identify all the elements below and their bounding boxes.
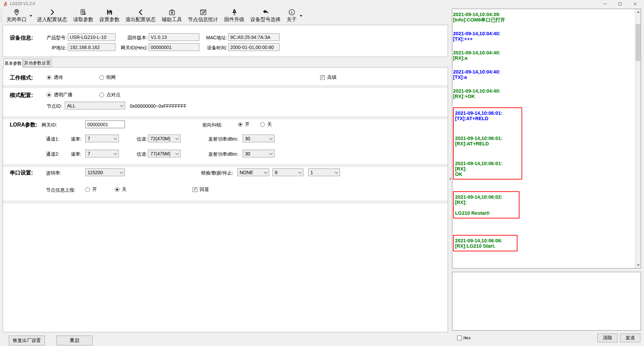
checkbox-hex[interactable]: Hex [457, 336, 471, 340]
ch1-rate-select[interactable]: 7 [85, 135, 119, 142]
chevron-down-icon [30, 15, 32, 17]
close-button[interactable] [628, 0, 643, 8]
toolbar-device-model-button[interactable]: 设备型号选择 [247, 8, 284, 24]
log-highlight-box-3: 2021-09-14,10:06:06:[RX]:LG210 Start. [453, 235, 517, 251]
send-input-area[interactable] [452, 272, 641, 331]
device-time-field[interactable]: 2000-01-01,00:00:80 [228, 43, 280, 51]
stop-bits-select[interactable]: 1 [308, 168, 340, 176]
toolbar-aux-tools-button[interactable]: 辅助工具 [159, 8, 185, 24]
toolbar-label: 读取参数 [73, 16, 93, 23]
ch2-rate-select[interactable]: 7 [85, 150, 119, 157]
chevron-left-icon [137, 8, 145, 16]
log-entry: 2021-09-14,10:04:40:[RX]:+OK [453, 88, 634, 99]
log-panel[interactable]: 2021-09-14,10:04:39:[Info]:COM6串口已打开 202… [452, 9, 641, 268]
section-divider [3, 85, 448, 88]
info-circle-icon [288, 8, 296, 16]
toolbar-firmware-upgrade-button[interactable]: 固件升级 [221, 8, 247, 24]
radio-icon [238, 122, 243, 127]
minimize-button[interactable] [597, 0, 612, 8]
fec-label: 前向纠错: [202, 122, 222, 128]
chevron-down-icon [269, 137, 273, 140]
checkbox-icon [457, 336, 462, 340]
radio-report-on[interactable]: 开 [85, 186, 97, 194]
node-id-select[interactable]: ALL [65, 102, 125, 109]
maximize-button[interactable] [612, 0, 628, 8]
close-serial-dropdown[interactable] [30, 8, 33, 24]
scroll-up-button[interactable] [635, 9, 641, 15]
radio-icon [115, 187, 119, 192]
scroll-down-button[interactable] [635, 262, 641, 268]
toolbar-enter-config-button[interactable]: 进入配置状态 [34, 8, 70, 24]
log-entry: 2021-09-14,10:04:40:[TX]:a [453, 69, 634, 80]
toolbar-exit-config-button[interactable]: 退出配置状态 [122, 8, 159, 24]
tab-other-params[interactable]: 其他参数设置 [23, 59, 52, 67]
ch1-channel-select[interactable]: 72(470M) [148, 135, 181, 142]
radio-report-off[interactable]: 关 [115, 186, 127, 194]
data-bits-select[interactable]: 8 [273, 168, 303, 176]
node-id-label: 节点ID: [47, 103, 62, 109]
radio-icon [47, 75, 51, 80]
product-model-label: 产品型号: [37, 35, 67, 41]
radio-fec-off[interactable]: 关 [260, 120, 272, 129]
baud-select[interactable]: 115200 [85, 168, 125, 176]
serial-port-pin-icon [13, 8, 20, 16]
log-entry: 2021-09-14,10:06:06:[RX]:LG210 Start. [455, 238, 514, 249]
restart-button[interactable]: 重启 [56, 336, 93, 345]
checkbox-icon [193, 187, 197, 192]
log-highlight-box-1: 2021-09-14,10:06:01:[TX]:AT+RELD 2021-09… [453, 107, 522, 180]
chevron-down-icon [176, 137, 179, 140]
send-button[interactable]: 发送 [620, 334, 640, 342]
chevron-down-icon [300, 15, 302, 17]
product-model-field[interactable]: USR-LG210-L-10 [68, 33, 115, 41]
log-entry: 2021-09-14,10:04:40:[TX]:+++ [453, 31, 634, 42]
log-entry: 2021-09-14,10:04:39:[Info]:COM6串口已打开 [453, 12, 634, 22]
ch2-channel-label: 信道: [137, 151, 147, 157]
checkbox-echo[interactable]: 回显 [193, 186, 209, 194]
radio-broadcast[interactable]: 透明广播 [47, 91, 72, 99]
log-highlight-box-2: 2021-09-14,10:06:02:[RX]: LG210 Restart! [453, 191, 519, 218]
toolbar-node-stats-button[interactable]: 节点信息统计 [185, 8, 221, 24]
firmware-field[interactable]: V1.0.13 [149, 33, 199, 41]
ip-field[interactable]: 192.168.8.162 [68, 43, 115, 51]
clear-button[interactable]: 清除 [597, 334, 617, 342]
radio-fec-on[interactable]: 开 [238, 120, 250, 129]
toolbar-set-params-button[interactable]: 设置参数 [96, 8, 122, 24]
ch1-power-label: 发射功率dBm: [208, 136, 238, 142]
ip-label: IP地址: [37, 45, 67, 51]
toolbar-label: 设备型号选择 [250, 16, 281, 23]
gateway-id-input[interactable]: 00000001 [85, 120, 125, 128]
chevron-down-icon [298, 170, 302, 174]
device-info-panel: 设备信息: 产品型号: USR-LG210-L-10 固件版本: V1.0.13… [3, 25, 448, 57]
radio-transparent-mode[interactable]: 透传 [47, 73, 63, 82]
radio-icon [260, 122, 265, 127]
log-scrollbar[interactable] [635, 9, 641, 268]
toolbar-label: 关于 [287, 16, 297, 23]
factory-reset-button[interactable]: 恢复出厂设置 [9, 336, 45, 345]
app-logo-icon [3, 1, 8, 7]
tab-basic-params[interactable]: 基本参数 [3, 59, 23, 68]
section-divider [3, 201, 448, 203]
ch1-power-select[interactable]: 30 [243, 135, 275, 142]
device-info-title: 设备信息: [10, 35, 33, 42]
toolbar-about-button[interactable]: 关于 [284, 8, 300, 24]
gateway-hex-field[interactable]: 00000001 [149, 43, 199, 51]
mac-field[interactable]: 9C:A5:25:94:7A:3A [228, 33, 280, 41]
window-title: LG210 V1.2.0 [10, 1, 35, 6]
checkbox-advanced[interactable]: 高级 [320, 73, 337, 82]
radio-p2p[interactable]: 点对点 [99, 91, 120, 99]
radio-network-mode[interactable]: 组网 [99, 73, 116, 82]
toolbar-label: 节点信息统计 [188, 16, 218, 23]
parity-select[interactable]: NONE [237, 168, 269, 176]
toolbar-close-serial-button[interactable]: 关闭串口 [3, 8, 30, 24]
about-dropdown[interactable] [300, 8, 303, 24]
log-entry: 2021-09-14,10:06:01:[TX]:AT+RELD [455, 110, 519, 121]
toolbar-read-params-button[interactable]: 读取参数 [70, 8, 96, 24]
panel-splitter[interactable] [449, 174, 451, 184]
toolbar-label: 设置参数 [99, 16, 119, 23]
log-entry: 2021-09-14,10:06:01:[RX]:AT+RELD [455, 136, 519, 146]
ch2-channel-select[interactable]: 77(475M) [148, 150, 181, 157]
ch2-power-select[interactable]: 30 [243, 150, 275, 157]
triangle-down-icon [637, 264, 640, 266]
ch1-rate-label: 速率: [71, 136, 82, 142]
scrollbar-thumb[interactable] [636, 24, 640, 61]
